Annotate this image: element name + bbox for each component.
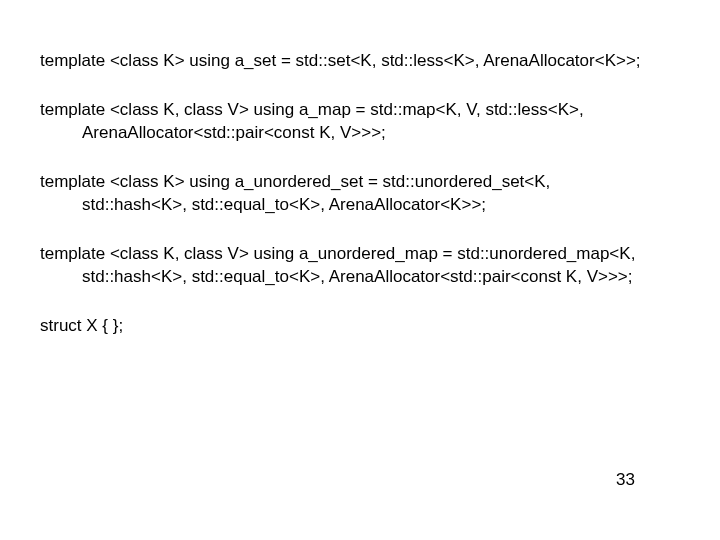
slide: template <class K> using a_set = std::se…: [0, 0, 720, 540]
code-line-4: template <class K, class V> using a_unor…: [40, 243, 680, 289]
code-text: struct X { };: [40, 316, 123, 335]
code-text-cont: ArenaAllocator<std::pair<const K, V>>>;: [40, 122, 680, 145]
code-text: template <class K, class V> using a_unor…: [40, 244, 635, 263]
code-text-cont: std::hash<K>, std::equal_to<K>, ArenaAll…: [40, 266, 680, 289]
page-number: 33: [616, 470, 635, 490]
code-line-1: template <class K> using a_set = std::se…: [40, 50, 680, 73]
code-line-3: template <class K> using a_unordered_set…: [40, 171, 680, 217]
code-line-2: template <class K, class V> using a_map …: [40, 99, 680, 145]
code-line-5: struct X { };: [40, 315, 680, 338]
code-text-cont: std::hash<K>, std::equal_to<K>, ArenaAll…: [40, 194, 680, 217]
code-text: template <class K> using a_set = std::se…: [40, 51, 641, 70]
code-text: template <class K> using a_unordered_set…: [40, 172, 550, 191]
code-text: template <class K, class V> using a_map …: [40, 100, 584, 119]
